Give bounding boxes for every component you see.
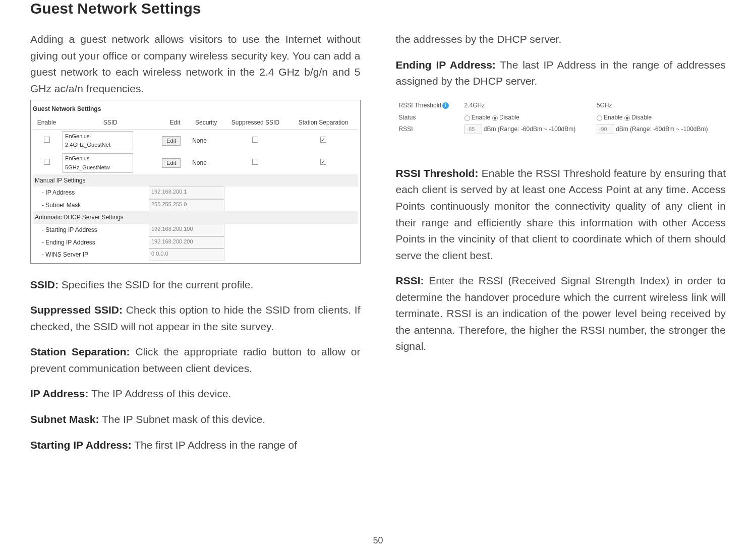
col-5ghz: 5GHz (594, 99, 726, 112)
dhcp-heading: Automatic DHCP Server Settings (33, 211, 358, 224)
term: IP Address: (30, 388, 89, 399)
suppressed-checkbox[interactable] (252, 137, 258, 143)
col-security: Security (190, 116, 222, 130)
term: Station Separation: (30, 346, 130, 357)
definition-text: Enable the RSSI Threshold feature by ens… (396, 167, 726, 261)
definition-text: Enter the RSSI (Received Signal Strength… (396, 275, 726, 352)
page-number: 50 (0, 535, 756, 546)
ssid-input[interactable]: EnGenius-5GHz_GuestNetw (63, 153, 133, 172)
setting-label: - Starting IP Address (33, 224, 149, 236)
edit-button[interactable]: Edit (162, 136, 181, 146)
col-edit: Edit (160, 116, 190, 130)
status-label: Status (396, 112, 461, 124)
definition: Ending IP Address: The last IP Address i… (396, 57, 726, 90)
definition: Suppressed SSID: Check this option to hi… (30, 302, 361, 335)
definition-text: The IP Address of this device. (89, 388, 231, 399)
definition: Subnet Mask: The IP Subnet mask of this … (30, 411, 361, 428)
separation-checkbox[interactable] (320, 159, 326, 165)
list-item: - Ending IP Address192.168.200.200 (33, 236, 358, 249)
list-item: - WINS Server IP0.0.0.0 (33, 249, 358, 261)
definition-text: Specifies the SSID for the current profi… (59, 279, 253, 290)
setting-label: - IP Address (33, 187, 149, 199)
subnet-mask-input[interactable]: 255.255.255.0 (149, 199, 224, 212)
radio-label: Enable (472, 114, 490, 121)
ssid-input[interactable]: EnGenius-2.4GHz_GuestNet (63, 131, 133, 150)
table-row: EnGenius-2.4GHz_GuestNet Edit None (33, 130, 358, 152)
term: Ending IP Address: (396, 59, 496, 71)
definition: Starting IP Address: The first IP Addres… (30, 437, 361, 454)
list-item: - Subnet Mask255.255.255.0 (33, 199, 358, 212)
suppressed-checkbox[interactable] (252, 159, 258, 165)
manual-ip-heading: Manual IP Settings (33, 174, 358, 187)
col-suppressed: Suppressed SSID (222, 116, 288, 130)
edit-button[interactable]: Edit (162, 158, 181, 168)
rssi-input-5[interactable]: -90 (597, 125, 614, 134)
term: Subnet Mask: (30, 413, 99, 425)
term: Suppressed SSID: (30, 304, 123, 316)
definition-text: The first IP Address in the range of (132, 439, 297, 451)
right-column: the addresses by the DHCP server. Ending… (396, 31, 726, 453)
col-enable: Enable (33, 116, 61, 130)
definition: SSID: Specifies the SSID for the current… (30, 277, 361, 293)
definition: RSSI Threshold: Enable the RSSI Threshol… (396, 165, 726, 264)
security-value: None (190, 152, 222, 174)
starting-ip-input[interactable]: 192.168.200.100 (149, 224, 224, 236)
continuation-text: the addresses by the DHCP server. (396, 31, 726, 48)
disable-radio-24[interactable] (492, 115, 498, 121)
rssi-input-24[interactable]: -85 (464, 125, 482, 134)
definition: RSSI: Enter the RSSI (Received Signal St… (396, 273, 726, 355)
table-row: EnGenius-5GHz_GuestNetw Edit None (33, 152, 358, 174)
list-item: - Starting IP Address192.168.200.100 (33, 224, 358, 236)
status-row: Status Enable Disable Enable Disable (396, 112, 726, 124)
figure1-header-row: Enable SSID Edit Security Suppressed SSI… (33, 116, 358, 130)
col-ssid: SSID (61, 116, 160, 130)
disable-radio-5[interactable] (624, 115, 630, 121)
list-item: - IP Address192.168.200.1 (33, 187, 358, 199)
enable-radio-5[interactable] (597, 115, 602, 121)
term: Starting IP Address: (30, 439, 132, 451)
guest-network-figure: Guest Network Settings Enable SSID Edit … (30, 100, 361, 264)
left-column: Adding a guest network allows visitors t… (30, 31, 361, 453)
definition: IP Address: The IP Address of this devic… (30, 386, 361, 402)
page-title: Guest Network Settings (30, 0, 726, 17)
enable-checkbox[interactable] (44, 159, 50, 165)
figure1-heading: Guest Network Settings (33, 102, 358, 116)
rssi-row: RSSI -85 dBm (Range: -60dBm ~ -100dBm) -… (396, 124, 726, 135)
definition: Station Separation: Click the appropriat… (30, 344, 361, 377)
figure2-header: RSSI Thresholdi 2.4GHz 5GHz (396, 99, 726, 112)
rssi-label: RSSI (396, 124, 461, 135)
intro-paragraph: Adding a guest network allows visitors t… (30, 31, 361, 97)
wins-ip-input[interactable]: 0.0.0.0 (149, 249, 224, 261)
separation-checkbox[interactable] (320, 137, 326, 143)
rssi-threshold-figure: RSSI Thresholdi 2.4GHz 5GHz Status Enabl… (396, 99, 726, 135)
radio-label: Enable (604, 114, 622, 121)
radio-label: Disable (631, 114, 652, 121)
enable-checkbox[interactable] (44, 137, 50, 143)
enable-radio-24[interactable] (464, 115, 470, 121)
col-24ghz: 2.4GHz (461, 99, 594, 112)
term: RSSI: (396, 275, 424, 286)
definition-text: The IP Subnet mask of this device. (99, 413, 266, 425)
security-value: None (190, 130, 222, 152)
info-icon[interactable]: i (442, 102, 449, 109)
setting-label: - Subnet Mask (33, 199, 149, 212)
ip-address-input[interactable]: 192.168.200.1 (149, 187, 224, 199)
col-separation: Station Separation (289, 116, 358, 130)
term: SSID: (30, 279, 59, 290)
ending-ip-input[interactable]: 192.168.200.200 (149, 236, 224, 249)
term: RSSI Threshold: (396, 167, 479, 179)
range-text: dBm (Range: -60dBm ~ -100dBm) (484, 126, 575, 133)
range-text: dBm (Range: -60dBm ~ -100dBm) (616, 126, 708, 133)
radio-label: Disable (499, 114, 519, 121)
setting-label: - Ending IP Address (33, 236, 149, 249)
setting-label: - WINS Server IP (33, 249, 149, 261)
rssi-threshold-label: RSSI Threshold (399, 102, 442, 109)
